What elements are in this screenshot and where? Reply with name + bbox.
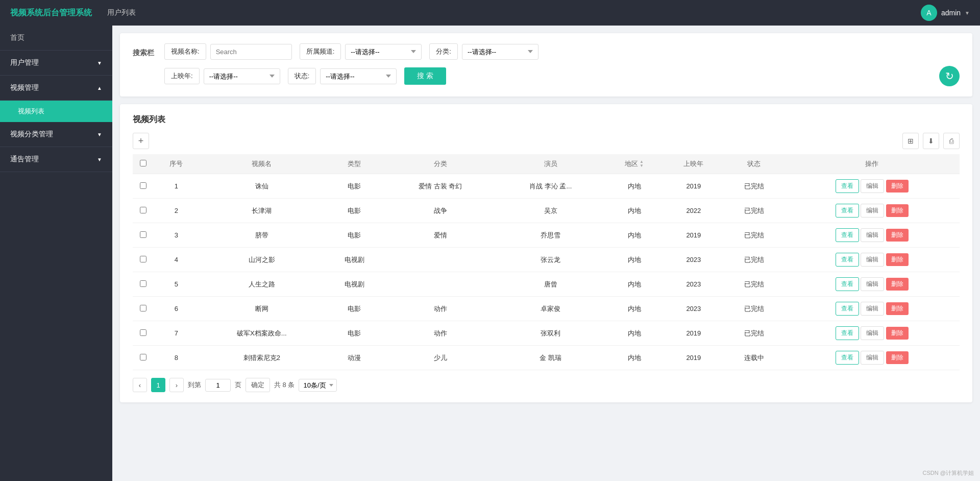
cell-name: 破军X档案政命... <box>200 321 325 346</box>
delete-btn[interactable]: 删除 <box>886 180 909 193</box>
page-1-btn[interactable]: 1 <box>151 378 165 392</box>
page-confirm-btn[interactable]: 确定 <box>246 378 270 392</box>
edit-btn[interactable]: 编辑 <box>861 326 884 340</box>
cell-checkbox <box>133 297 153 321</box>
view-btn[interactable]: 查看 <box>836 204 859 218</box>
delete-btn[interactable]: 删除 <box>886 253 909 266</box>
row-checkbox[interactable] <box>140 231 146 238</box>
add-button[interactable]: + <box>133 133 149 149</box>
video-name-input[interactable] <box>210 44 292 60</box>
table-title: 视频列表 <box>133 114 960 125</box>
cell-year: 2019 <box>664 321 724 346</box>
cell-region: 内地 <box>605 321 664 346</box>
year-select[interactable]: --请选择-- <box>204 68 280 84</box>
sidebar-item-user-management[interactable]: 用户管理 ▼ <box>0 51 112 76</box>
view-btn[interactable]: 查看 <box>836 326 859 340</box>
goto-page-input[interactable] <box>205 379 231 392</box>
cell-name: 断网 <box>200 297 325 321</box>
row-checkbox[interactable] <box>140 280 146 287</box>
cell-id: 3 <box>153 223 200 248</box>
edit-btn[interactable]: 编辑 <box>861 204 884 218</box>
top-header: 视频系统后台管理系统 用户列表 A admin ▼ <box>0 0 980 26</box>
table-row: 5 人生之路 电视剧 唐曾 内地 2023 已完结 查看 编辑 删除 <box>133 272 960 297</box>
delete-btn[interactable]: 删除 <box>886 229 909 242</box>
admin-dropdown-arrow[interactable]: ▼ <box>965 10 970 16</box>
view-btn[interactable]: 查看 <box>836 253 859 267</box>
cell-checkbox <box>133 346 153 370</box>
cell-category: 爱情 <box>385 223 496 248</box>
view-btn[interactable]: 查看 <box>836 302 859 316</box>
view-btn[interactable]: 查看 <box>836 228 859 242</box>
cell-type: 电影 <box>324 223 385 248</box>
columns-icon: ⊞ <box>908 137 914 145</box>
sidebar-item-notice-management[interactable]: 通告管理 ▼ <box>0 147 112 172</box>
search-field-channel: 所属频道: --请选择-- <box>300 43 422 60</box>
table-row: 8 刺猎索尼克2 动漫 少儿 金 凯瑞 内地 2019 连载中 查看 编辑 删除 <box>133 346 960 370</box>
channel-select[interactable]: --请选择-- <box>345 44 422 60</box>
cell-checkbox <box>133 199 153 223</box>
view-btn[interactable]: 查看 <box>836 351 859 365</box>
delete-btn[interactable]: 删除 <box>886 278 909 291</box>
status-label: 状态: <box>288 68 316 84</box>
row-checkbox[interactable] <box>140 182 146 189</box>
sidebar-item-video-management[interactable]: 视频管理 ▲ <box>0 76 112 101</box>
sidebar-item-video-category[interactable]: 视频分类管理 ▼ <box>0 122 112 147</box>
status-select[interactable]: --请选择-- <box>320 68 397 84</box>
view-btn[interactable]: 查看 <box>836 277 859 291</box>
edit-btn[interactable]: 编辑 <box>861 351 884 365</box>
row-checkbox[interactable] <box>140 354 146 360</box>
delete-btn[interactable]: 删除 <box>886 351 909 364</box>
sidebar-video-arrow: ▲ <box>97 85 102 91</box>
view-btn[interactable]: 查看 <box>836 179 859 193</box>
cell-type: 电影 <box>324 174 385 199</box>
table-header-row: 序号 视频名 类型 分类 演员 地区 ▲▼ 上映年 状态 <box>133 154 960 174</box>
cell-category: 少儿 <box>385 346 496 370</box>
columns-icon-btn[interactable]: ⊞ <box>902 133 919 149</box>
delete-btn[interactable]: 删除 <box>886 302 909 315</box>
next-page-btn[interactable]: › <box>169 378 184 392</box>
sidebar-item-video-list[interactable]: 视频列表 <box>0 101 112 122</box>
th-name: 视频名 <box>200 154 325 174</box>
row-checkbox[interactable] <box>140 305 146 311</box>
search-button[interactable]: 搜 索 <box>404 67 446 85</box>
cell-actions: 查看 编辑 删除 <box>785 272 960 297</box>
row-checkbox[interactable] <box>140 256 146 262</box>
edit-btn[interactable]: 编辑 <box>861 277 884 291</box>
prev-page-btn[interactable]: ‹ <box>133 378 147 392</box>
cell-region: 内地 <box>605 297 664 321</box>
cell-id: 7 <box>153 321 200 346</box>
page-size-select[interactable]: 10条/页 20条/页 50条/页 <box>299 379 337 392</box>
cell-region: 内地 <box>605 174 664 199</box>
delete-btn[interactable]: 删除 <box>886 327 909 340</box>
cell-status: 已完结 <box>724 272 785 297</box>
cell-actions: 查看 编辑 删除 <box>785 174 960 199</box>
cell-type: 动漫 <box>324 346 385 370</box>
row-checkbox[interactable] <box>140 207 146 213</box>
refresh-button[interactable]: ↻ <box>939 66 960 86</box>
export-icon-btn[interactable]: ⬇ <box>923 133 939 149</box>
cell-id: 2 <box>153 199 200 223</box>
edit-btn[interactable]: 编辑 <box>861 179 884 193</box>
channel-label: 所属频道: <box>300 43 341 60</box>
cell-category: 动作 <box>385 321 496 346</box>
header-left: 视频系统后台管理系统 用户列表 <box>10 8 136 18</box>
system-title: 视频系统后台管理系统 <box>10 8 92 18</box>
category-select[interactable]: --请选择-- <box>462 44 538 60</box>
edit-btn[interactable]: 编辑 <box>861 228 884 242</box>
cell-year: 2023 <box>664 297 724 321</box>
select-all-checkbox[interactable] <box>140 160 146 166</box>
cell-type: 电影 <box>324 321 385 346</box>
sidebar-item-home[interactable]: 首页 <box>0 26 112 51</box>
search-field-video-name: 视频名称: <box>164 43 292 60</box>
th-actions: 操作 <box>785 154 960 174</box>
print-icon-btn[interactable]: ⎙ <box>943 133 960 149</box>
edit-btn[interactable]: 编辑 <box>861 253 884 267</box>
row-checkbox[interactable] <box>140 329 146 336</box>
cell-region: 内地 <box>605 248 664 272</box>
delete-btn[interactable]: 删除 <box>886 204 909 217</box>
cell-category: 动作 <box>385 297 496 321</box>
header-right: A admin ▼ <box>921 5 970 21</box>
cell-type: 电影 <box>324 297 385 321</box>
th-region[interactable]: 地区 ▲▼ <box>605 154 664 174</box>
edit-btn[interactable]: 编辑 <box>861 302 884 316</box>
